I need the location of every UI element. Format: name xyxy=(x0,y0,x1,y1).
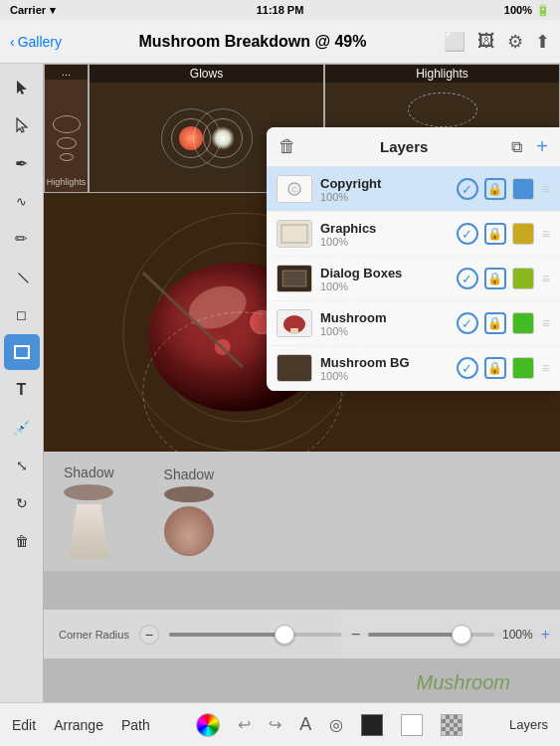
zoom-slider[interactable] xyxy=(368,633,494,637)
fill-checker-button[interactable] xyxy=(441,714,463,736)
highlights-left-label: Highlights xyxy=(47,177,87,187)
layer-visible-mushroom-bg[interactable]: ✓ xyxy=(457,357,478,379)
share-icon[interactable]: ⬆ xyxy=(535,31,550,53)
frame-icon[interactable]: ⬜ xyxy=(444,31,466,53)
settings-icon[interactable]: ⚙ xyxy=(507,31,523,53)
bottom-center: ↩ ↪ A ◎ xyxy=(196,713,463,737)
layer-controls-copyright: ✓ 🔒 ≡ xyxy=(457,178,550,200)
status-bar-right: 100% 🔋 xyxy=(504,4,550,17)
layer-drag-dialog: ≡ xyxy=(542,271,550,286)
layers-header-icons: ⧉ + xyxy=(511,135,548,158)
zoom-slider-thumb[interactable] xyxy=(452,625,471,645)
corner-radius-minus[interactable]: − xyxy=(139,625,159,645)
direct-select-tool[interactable] xyxy=(4,107,40,143)
layers-toggle-button[interactable]: Layers xyxy=(509,717,548,732)
edit-menu[interactable]: Edit xyxy=(12,717,36,733)
layers-trash-button[interactable]: 🗑 xyxy=(279,136,296,157)
scale-tool[interactable]: ⤡ xyxy=(4,448,40,483)
color-picker-button[interactable] xyxy=(196,713,220,737)
thumbnail-label-highlights: Highlights xyxy=(325,65,559,83)
layer-controls-mushroom-bg: ✓ 🔒 ≡ xyxy=(457,357,550,379)
layer-visible-mushroom[interactable]: ✓ xyxy=(457,312,478,334)
layer-color-graphics[interactable] xyxy=(512,223,534,245)
layer-color-dialog[interactable] xyxy=(512,268,534,289)
layer-info-mushroom-bg: Mushroom BG 100% xyxy=(320,355,449,382)
layer-row-copyright[interactable]: © Copyright 100% ✓ 🔒 ≡ xyxy=(267,167,560,212)
corner-radius-track xyxy=(169,633,281,637)
zoom-minus-button[interactable]: − xyxy=(351,626,360,644)
battery-icon: 🔋 xyxy=(536,4,550,17)
pen-tool[interactable]: ✒ xyxy=(4,145,40,181)
corner-radius-label: Corner Radius xyxy=(59,629,129,641)
layer-color-copyright[interactable] xyxy=(512,178,534,200)
layer-thumb-mushroom xyxy=(277,309,312,337)
layer-row-dialog-boxes[interactable]: Dialog Boxes 100% ✓ 🔒 ≡ xyxy=(267,257,560,301)
glow-mid-2 xyxy=(203,118,243,158)
layers-duplicate-button[interactable]: ⧉ xyxy=(511,138,522,156)
layer-row-graphics[interactable]: Graphics 100% ✓ 🔒 ≡ xyxy=(267,212,560,257)
thumbnail-highlights-left[interactable]: … Highlights xyxy=(44,64,89,193)
layer-visible-dialog[interactable]: ✓ xyxy=(457,268,478,289)
eraser-tool[interactable]: ◻ xyxy=(4,296,40,332)
layer-opacity-copyright: 100% xyxy=(320,191,449,203)
left-toolbar: ✒ ∿ ✏ | ◻ T 💉 ⤡ ↻ 🗑 xyxy=(0,64,44,702)
arrange-menu[interactable]: Arrange xyxy=(54,717,103,733)
type-tool[interactable]: T xyxy=(4,372,40,408)
pencil-tool[interactable]: ✏ xyxy=(4,221,40,257)
document-title: Mushroom Breakdown @ 49% xyxy=(139,33,367,51)
thumbnail-label-left: … xyxy=(45,65,88,80)
fill-black-button[interactable] xyxy=(361,714,383,736)
wifi-icon: ▾ xyxy=(50,4,56,17)
layer-visible-graphics[interactable]: ✓ xyxy=(457,223,478,245)
layer-visible-copyright[interactable]: ✓ xyxy=(457,178,478,200)
image-icon[interactable]: 🖼 xyxy=(477,31,495,52)
zoom-plus-button[interactable]: + xyxy=(541,626,550,644)
back-button[interactable]: ‹ Gallery xyxy=(10,34,62,50)
highlight-ellipses xyxy=(53,115,81,161)
layer-lock-dialog[interactable]: 🔒 xyxy=(484,268,506,289)
target-icon[interactable]: ◎ xyxy=(329,715,343,734)
layer-color-mushroom[interactable] xyxy=(512,312,534,334)
select-tool[interactable] xyxy=(4,70,40,105)
layer-color-mushroom-bg[interactable] xyxy=(512,357,534,379)
layer-name-copyright: Copyright xyxy=(320,176,449,191)
layer-lock-graphics[interactable]: 🔒 xyxy=(484,223,506,245)
undo-button[interactable]: ↩ xyxy=(238,715,251,734)
svg-point-3 xyxy=(14,345,17,348)
layer-opacity-mushroom: 100% xyxy=(320,325,449,337)
highlight-ellipse-1 xyxy=(408,93,477,127)
layer-row-mushroom-bg[interactable]: Mushroom BG 100% ✓ 🔒 ≡ xyxy=(267,346,560,391)
status-bar-time: 11:18 PM xyxy=(257,4,304,16)
layer-info-graphics: Graphics 100% xyxy=(320,221,449,248)
layer-controls-graphics: ✓ 🔒 ≡ xyxy=(457,223,550,245)
path-menu[interactable]: Path xyxy=(121,717,150,733)
svg-rect-2 xyxy=(15,346,29,358)
rectangle-tool[interactable] xyxy=(4,334,40,370)
nav-bar: ‹ Gallery Mushroom Breakdown @ 49% ⬜ 🖼 ⚙… xyxy=(0,20,560,64)
redo-button[interactable]: ↪ xyxy=(269,715,281,734)
layer-lock-mushroom[interactable]: 🔒 xyxy=(484,312,506,334)
gallery-back-label[interactable]: Gallery xyxy=(18,34,62,50)
layer-name-graphics: Graphics xyxy=(320,221,449,236)
eyedropper-tool[interactable]: 💉 xyxy=(4,410,40,446)
layer-opacity-dialog: 100% xyxy=(320,280,449,292)
layer-lock-copyright[interactable]: 🔒 xyxy=(484,178,506,200)
line-tool[interactable]: | xyxy=(0,252,47,302)
text-tool-bottom[interactable]: A xyxy=(299,714,311,735)
fill-white-button[interactable] xyxy=(401,714,423,736)
trash-tool[interactable]: 🗑 xyxy=(4,523,40,559)
bottom-toolbar: Edit Arrange Path ↩ ↪ A ◎ Layers xyxy=(0,702,560,746)
ellipse-1 xyxy=(53,115,81,133)
mushroom-script-text: Mushroom xyxy=(417,671,510,694)
ellipse-2 xyxy=(57,137,77,149)
layers-add-button[interactable]: + xyxy=(536,135,548,158)
layer-row-mushroom[interactable]: Mushroom 100% ✓ 🔒 ≡ xyxy=(267,301,560,346)
layer-opacity-graphics: 100% xyxy=(320,236,449,248)
rotate-tool[interactable]: ↻ xyxy=(4,485,40,521)
curvature-tool[interactable]: ∿ xyxy=(4,183,40,219)
layer-lock-mushroom-bg[interactable]: 🔒 xyxy=(484,357,506,379)
svg-rect-30 xyxy=(278,355,311,381)
shadow-label-left: Shadow xyxy=(64,465,114,480)
chevron-left-icon: ‹ xyxy=(10,34,15,50)
corner-radius-thumb[interactable] xyxy=(275,625,294,645)
